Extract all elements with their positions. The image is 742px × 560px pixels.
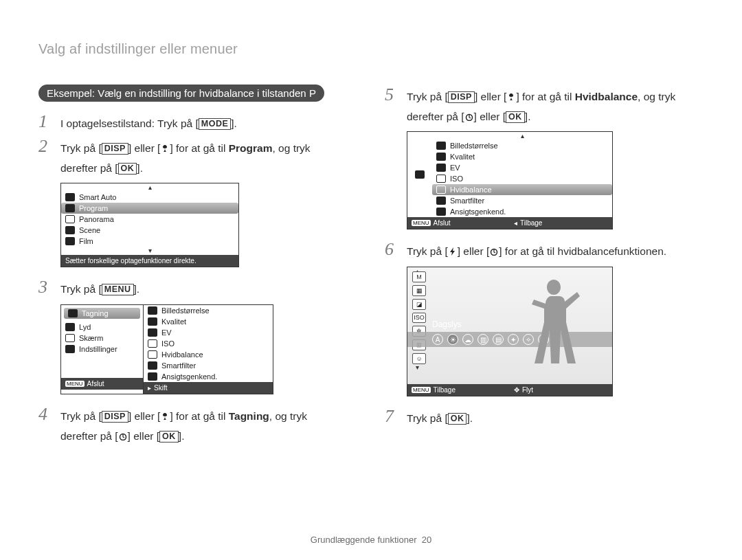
size-icon <box>148 306 157 315</box>
side-icon: ISO <box>412 313 426 324</box>
list-item: Hvidbalance <box>144 349 273 360</box>
wb-option-icon: ☁ <box>462 334 473 345</box>
face-icon <box>436 208 446 216</box>
person-silhouette <box>516 274 592 377</box>
up-caret-icon: ▴ <box>61 183 238 192</box>
wb-icon <box>436 186 446 194</box>
list-item-selected: Program <box>61 203 238 214</box>
list-item: Ansigtsgenkend. <box>432 206 612 217</box>
quality-icon <box>436 153 446 161</box>
filter-icon <box>436 197 446 205</box>
menu-right-pane: Billedstørrelse Kvalitet EV ISO Hvidbala… <box>144 305 273 394</box>
content-columns: Eksempel: Vælg en indstilling for hvidba… <box>38 85 704 449</box>
film-icon <box>65 237 75 245</box>
list-item: Panorama <box>61 214 238 225</box>
side-icon: ▦ <box>412 285 426 296</box>
step-number: 7 <box>385 406 400 427</box>
wb-option-icon: A <box>432 334 443 345</box>
screenshot-footer: MENUAfslut <box>61 378 143 390</box>
macro-icon <box>160 142 170 150</box>
timer-icon <box>118 429 128 438</box>
panorama-icon <box>65 215 75 223</box>
disp-button-label: DISP <box>102 143 128 155</box>
right-caret-icon: ▸ <box>148 384 151 392</box>
side-icon: ☺ <box>412 353 426 364</box>
list-item: Indstillinger <box>61 344 143 355</box>
list-item: Smartfilter <box>144 360 273 371</box>
screenshot-mode-list: ▴ Smart Auto Program Panorama Scene Film… <box>60 183 239 267</box>
step-5: 5 Tryk på [DISP] eller [] for at gå til … <box>385 85 704 105</box>
step-number: 6 <box>385 239 400 260</box>
disp-button-label: DISP <box>102 411 128 423</box>
camera-icon <box>68 309 78 317</box>
camera-p-icon <box>65 204 75 212</box>
list-item: EV <box>432 162 612 173</box>
step-text-cont: derefter på [OK]. <box>60 161 357 176</box>
step-number: 4 <box>38 404 54 425</box>
screenshot-footer: MENUAfslut ◂Tilbage <box>407 217 612 229</box>
list-item: Billedstørrelse <box>144 305 273 316</box>
menu-badge: MENU <box>65 381 85 387</box>
menu-left-pane: Tagning Lyd Skærm Indstillinger MENUAfsl… <box>61 305 144 394</box>
face-icon <box>148 372 157 381</box>
screenshot-wb-menu: ▴ Billedstørrelse Kvalitet EV ISO Hvidba… <box>407 131 613 229</box>
screenshot-menu: Tagning Lyd Skærm Indstillinger MENUAfsl… <box>60 304 273 394</box>
step-text: Tryk på [DISP] eller [] for at gå til Ta… <box>60 409 307 424</box>
step-text: Tryk på [DISP] eller [] for at gå til Hv… <box>407 89 675 104</box>
iso-icon <box>148 339 157 348</box>
screenshot-footer: ▸Skift <box>144 382 273 394</box>
move-icon: ✥ <box>514 386 519 394</box>
ok-button-label: OK <box>448 413 467 425</box>
list-item: Skærm <box>61 333 143 344</box>
step-2: 2 Tryk på [DISP] eller [] for at gå til … <box>38 136 357 157</box>
step-1: 1 I optagelsestilstand: Tryk på [MODE]. <box>38 111 357 132</box>
camera-tab-icon <box>407 132 432 217</box>
list-item: Film <box>61 236 238 247</box>
list-item: Billedstørrelse <box>432 140 612 151</box>
list-item: ISO <box>432 173 612 184</box>
list-item: Ansigtsgenkend. <box>144 371 273 382</box>
list-item-selected: Tagning <box>64 308 140 319</box>
ev-icon <box>148 328 157 337</box>
list-item: EV <box>144 327 273 338</box>
timer-icon <box>464 110 474 118</box>
left-caret-icon: ◂ <box>514 219 517 227</box>
step-number: 5 <box>385 85 400 105</box>
flash-icon <box>448 245 458 253</box>
ok-button-label: OK <box>118 163 137 175</box>
step-text-cont: derefter på [] eller [OK]. <box>407 109 704 124</box>
ok-button-label: OK <box>506 111 525 123</box>
macro-icon <box>506 90 516 98</box>
scene-icon <box>65 226 75 234</box>
iso-icon <box>436 175 446 183</box>
example-pill: Eksempel: Vælg en indstilling for hvidba… <box>38 85 324 102</box>
wb-option-icon: ▤ <box>493 334 504 345</box>
list-item: Smart Auto <box>61 192 238 203</box>
wb-option-icon: ▥ <box>477 334 488 345</box>
menu-badge: MENU <box>412 387 431 393</box>
down-caret-icon: ▾ <box>61 247 238 255</box>
menu-button-label: MENU <box>102 284 134 295</box>
list-item: Kvalitet <box>144 316 273 327</box>
side-icon: M <box>412 271 426 282</box>
display-icon <box>65 334 75 342</box>
page-section-title: Valg af indstillinger eller menuer <box>38 41 704 57</box>
list-item-selected: Hvidbalance <box>432 184 612 195</box>
step-6: 6 Tryk på [] eller [] for at gå til hvid… <box>385 239 704 260</box>
quality-icon <box>148 317 157 326</box>
side-icon-column: M ▦ ◪ ISO ✲ ⊞ ☺ <box>410 271 428 363</box>
page-footer: Grundlæggende funktioner 20 <box>0 535 742 545</box>
side-icon: ◪ <box>412 299 426 310</box>
list-item: Lyd <box>61 322 143 333</box>
down-caret-icon: ▾ <box>416 363 419 372</box>
list-item: Kvalitet <box>432 151 612 162</box>
right-column: 5 Tryk på [DISP] eller [] for at gå til … <box>385 85 704 449</box>
wb-icon <box>148 350 157 359</box>
timer-icon <box>489 245 499 253</box>
step-text: I optagelsestilstand: Tryk på [MODE]. <box>60 116 237 131</box>
ok-button-label: OK <box>159 431 179 443</box>
step-text: Tryk på [DISP] eller [] for at gå til Pr… <box>60 141 311 156</box>
menu-badge: MENU <box>412 220 431 226</box>
list-item: ISO <box>144 338 273 349</box>
filter-icon <box>148 361 157 370</box>
